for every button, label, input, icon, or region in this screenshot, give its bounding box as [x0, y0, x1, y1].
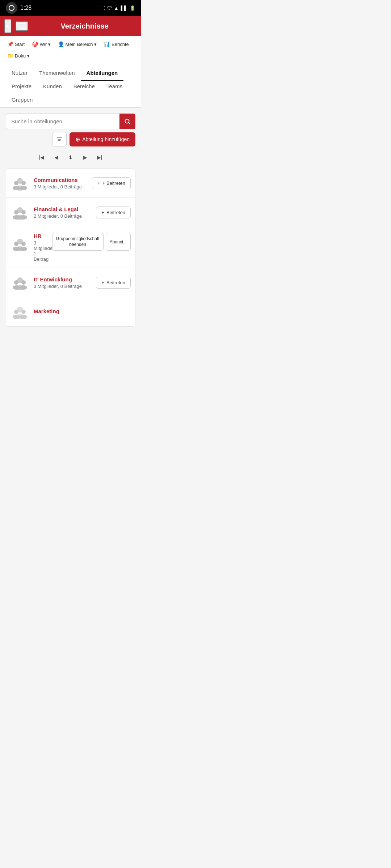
svg-point-11	[20, 186, 27, 190]
main-content: ⊕ Abteilung hinzufügen |◀ ◀ 1 ▶ ▶|	[0, 108, 141, 333]
leave-button-hr[interactable]: Gruppenmitgliedschaftbeenden	[52, 233, 104, 251]
tab-kunden[interactable]: Kunden	[37, 80, 68, 94]
add-abteilung-label: Abteilung hinzufügen	[82, 136, 130, 142]
tab-bereiche[interactable]: Bereiche	[68, 80, 101, 94]
nav-link-mein-bereich[interactable]: 👤 Mein Bereich ▾	[55, 39, 100, 49]
tab-gruppen[interactable]: Gruppen	[6, 94, 38, 107]
department-name-hr[interactable]: HR	[34, 233, 48, 239]
nav-link-berichte[interactable]: 📊 Berichte	[101, 39, 132, 49]
signal-icon: ▌▌	[121, 5, 127, 11]
department-meta-financial-legal: 2 Mitglieder, 0 Beiträge	[34, 213, 92, 219]
back-button[interactable]: ‹	[4, 19, 11, 33]
svg-point-23	[20, 247, 27, 251]
nav-link-berichte-label: Berichte	[112, 42, 129, 47]
svg-point-13	[14, 210, 18, 214]
add-abteilung-button[interactable]: ⊕ Abteilung hinzufügen	[70, 132, 135, 146]
svg-point-8	[21, 181, 26, 185]
subscribe-button-hr[interactable]: Abonni...	[106, 233, 131, 251]
svg-point-10	[13, 186, 20, 190]
join-button-it-entwicklung[interactable]: + Beitreten	[96, 277, 131, 289]
folder-icon: 📁	[7, 53, 13, 59]
svg-point-0	[9, 5, 14, 10]
department-item-it-entwicklung: IT Entwicklung 3 Mitglieder, 0 Beiträge …	[6, 268, 135, 297]
search-input[interactable]	[6, 114, 135, 129]
status-bar: 1:28 ⛶ 🛡 ▲ ▌▌ 🔋	[0, 0, 141, 16]
top-nav-bar: ‹ Verzeichnisse	[0, 16, 141, 36]
department-info-communications: Communications 3 Mitglieder, 0 Beiträge	[34, 177, 88, 190]
target-icon: 🎯	[32, 41, 38, 47]
hr-actions: Gruppenmitgliedschaftbeenden Abonni...	[52, 233, 131, 251]
join-button-communications[interactable]: + + Beitreten	[92, 177, 131, 189]
department-item-marketing: Marketing +Beitreten	[6, 297, 135, 327]
page-title: Verzeichnisse	[32, 22, 137, 30]
nav-link-start-label: Start	[15, 42, 25, 47]
nav-link-doku[interactable]: 📁 Doku ▾	[4, 51, 33, 61]
pagination: |◀ ◀ 1 ▶ ▶|	[6, 151, 135, 164]
svg-point-20	[21, 242, 26, 246]
departments-list: Communications 3 Mitglieder, 0 Beiträge …	[6, 168, 135, 327]
svg-point-16	[13, 215, 20, 220]
nav-link-mein-bereich-label: Mein Bereich ▾	[66, 42, 97, 47]
department-info-it-entwicklung: IT Entwicklung 3 Mitglieder, 0 Beiträge	[34, 276, 92, 289]
svg-point-22	[13, 247, 20, 251]
join-button-financial-legal[interactable]: + Beitreten	[96, 207, 131, 218]
notification-icon: ⛶	[100, 5, 105, 11]
department-meta-it-entwicklung: 3 Mitglieder, 0 Beiträge	[34, 284, 92, 289]
tab-abteilungen[interactable]: Abteilungen	[81, 67, 124, 80]
svg-point-29	[20, 285, 27, 290]
next-page-button[interactable]: ▶	[79, 151, 92, 164]
svg-point-14	[21, 210, 26, 214]
prev-page-button[interactable]: ◀	[50, 151, 63, 164]
shield-icon: 🛡	[107, 5, 112, 11]
tab-nutzer[interactable]: Nutzer	[6, 67, 33, 80]
chart-icon: 📊	[104, 41, 110, 47]
search-input-wrapper	[6, 114, 135, 129]
svg-line-2	[129, 123, 130, 124]
department-avatar-it-entwicklung	[10, 273, 29, 292]
nav-link-doku-label: Doku ▾	[15, 53, 30, 59]
department-info-marketing: Marketing	[34, 308, 92, 315]
department-meta-hr: 3Mitglieder,1 Beitrag	[34, 240, 48, 262]
department-avatar-hr	[10, 234, 29, 253]
tab-teams[interactable]: Teams	[101, 80, 128, 94]
svg-point-7	[14, 181, 18, 185]
department-avatar-marketing	[10, 302, 29, 321]
tab-projekte[interactable]: Projekte	[6, 80, 37, 94]
department-avatar-financial-legal	[10, 203, 29, 222]
wifi-icon: ▲	[114, 5, 119, 11]
search-bar	[6, 114, 135, 129]
svg-point-28	[13, 285, 20, 290]
department-name-communications[interactable]: Communications	[34, 177, 88, 183]
svg-point-25	[14, 280, 18, 285]
department-info-financial-legal: Financial & Legal 2 Mitglieder, 0 Beiträ…	[34, 206, 92, 219]
last-page-button[interactable]: ▶|	[93, 151, 106, 164]
search-button[interactable]	[119, 114, 135, 129]
nav-links-bar: 📌 Start 🎯 Wir ▾ 👤 Mein Bereich ▾ 📊 Beric…	[0, 36, 141, 61]
tab-themenwelten[interactable]: Themenwelten	[33, 67, 80, 80]
first-page-button[interactable]: |◀	[35, 151, 48, 164]
svg-point-26	[21, 280, 26, 285]
filter-button[interactable]	[52, 132, 67, 146]
department-info-hr: HR 3Mitglieder,1 Beitrag	[34, 233, 48, 262]
tab-navigation: Nutzer Themenwelten Abteilungen Projekte…	[0, 61, 141, 108]
department-avatar-communications	[10, 174, 29, 192]
department-name-financial-legal[interactable]: Financial & Legal	[34, 206, 92, 212]
plus-icon: +	[101, 210, 104, 215]
department-meta-communications: 3 Mitglieder, 0 Beiträge	[34, 184, 88, 190]
svg-point-35	[20, 315, 27, 319]
plus-icon: +	[97, 180, 100, 186]
battery-icon: 🔋	[130, 5, 135, 11]
toolbar-row: ⊕ Abteilung hinzufügen	[6, 132, 135, 146]
nav-link-start[interactable]: 📌 Start	[4, 39, 28, 49]
department-name-it-entwicklung[interactable]: IT Entwicklung	[34, 276, 92, 282]
svg-point-19	[14, 242, 18, 246]
status-icons: ⛶ 🛡 ▲ ▌▌ 🔋	[100, 5, 135, 11]
department-item-hr: HR 3Mitglieder,1 Beitrag Gruppenmitglied…	[6, 227, 135, 268]
department-name-marketing[interactable]: Marketing	[34, 308, 92, 314]
menu-button[interactable]	[16, 21, 28, 31]
plus-icon: +	[101, 280, 104, 285]
nav-link-wir[interactable]: 🎯 Wir ▾	[29, 39, 53, 49]
svg-point-17	[20, 215, 27, 220]
home-button[interactable]	[6, 2, 17, 14]
status-time: 1:28	[20, 5, 31, 11]
